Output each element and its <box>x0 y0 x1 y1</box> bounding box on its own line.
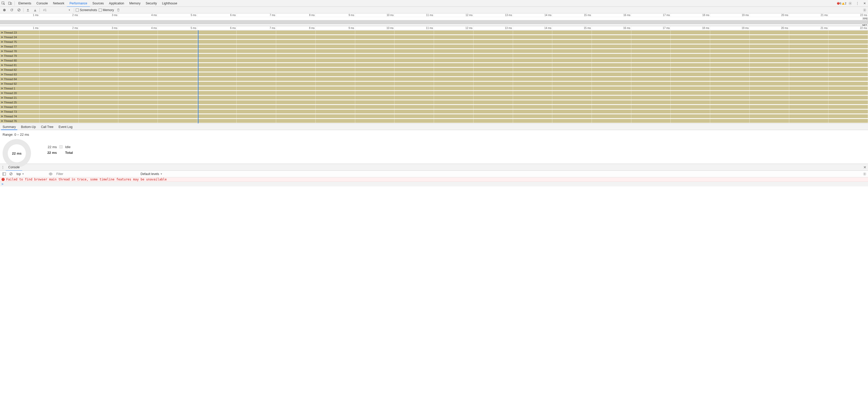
thread-row[interactable]: Thread 21 <box>0 95 868 100</box>
overview-tick: 17 ms <box>631 13 671 17</box>
thread-header[interactable]: Thread 1 <box>0 86 21 90</box>
thread-label: Thread 72 <box>4 106 17 109</box>
thread-row[interactable]: Thread 79 <box>0 54 868 58</box>
thread-row[interactable]: Thread 72 <box>0 105 868 109</box>
memory-checkbox[interactable]: Memory <box>99 8 114 12</box>
main-tab-performance[interactable]: Performance <box>67 0 90 7</box>
overview-tracks: NET <box>0 17 868 26</box>
thread-row[interactable]: Thread 84 <box>0 77 868 81</box>
console-filter-input[interactable] <box>56 172 139 176</box>
detail-tab-summary[interactable]: Summary <box>0 123 18 130</box>
thread-header[interactable]: Thread 82 <box>0 67 21 72</box>
detail-tab-call-tree[interactable]: Call Tree <box>38 123 56 130</box>
summary-donut-chart: 22 ms <box>3 139 31 168</box>
thread-label: Thread 25 <box>4 101 17 104</box>
thread-row[interactable]: Thread 77 <box>0 44 868 49</box>
device-toolbar-icon[interactable] <box>7 0 13 7</box>
thread-header[interactable]: Thread 84 <box>0 77 21 81</box>
main-tab-memory[interactable]: Memory <box>127 0 143 7</box>
main-tab-console[interactable]: Console <box>34 0 51 7</box>
thread-header[interactable]: Thread 76 <box>0 119 21 123</box>
main-tab-network[interactable]: Network <box>51 0 67 7</box>
thread-header[interactable]: Thread 80 <box>0 58 21 62</box>
main-tab-application[interactable]: Application <box>106 0 127 7</box>
thread-header[interactable]: Thread 20 <box>0 91 21 95</box>
thread-row[interactable]: Thread 24 <box>0 35 868 39</box>
main-tab-elements[interactable]: Elements <box>16 0 34 7</box>
thread-header[interactable]: Thread 72 <box>0 105 21 109</box>
svg-point-12 <box>50 173 51 174</box>
error-count-badge[interactable]: 6 <box>837 2 841 5</box>
reload-record-icon[interactable] <box>9 7 14 13</box>
thread-row[interactable]: Thread 23 <box>0 30 868 35</box>
console-clear-icon[interactable] <box>8 172 13 175</box>
thread-row[interactable]: Thread 25 <box>0 100 868 105</box>
overview-tick: 13 ms <box>473 13 513 17</box>
screenshots-checkbox[interactable]: Screenshots <box>76 8 97 12</box>
inspect-element-icon[interactable] <box>0 0 7 7</box>
thread-header[interactable]: Thread 23 <box>0 30 21 35</box>
thread-header[interactable]: Thread 77 <box>0 44 21 49</box>
overview-panel[interactable]: 1 ms2 ms3 ms4 ms5 ms6 ms7 ms8 ms9 ms10 m… <box>0 13 868 26</box>
overview-tick: 18 ms <box>671 13 710 17</box>
main-tab-sources[interactable]: Sources <box>90 0 106 7</box>
expand-triangle-icon <box>2 120 3 122</box>
drawer-close-icon[interactable]: ✕ <box>863 164 866 171</box>
drawer-menu-icon[interactable]: ⋮ <box>0 165 6 169</box>
separator <box>14 1 15 5</box>
thread-header[interactable]: Thread 81 <box>0 63 21 67</box>
time-cursor[interactable] <box>198 30 198 123</box>
console-settings-icon[interactable] <box>863 172 866 176</box>
garbage-collect-icon[interactable] <box>116 7 121 13</box>
thread-header[interactable]: Thread 78 <box>0 49 21 53</box>
thread-row[interactable]: Thread 74 <box>0 114 868 119</box>
thread-header[interactable]: Thread 21 <box>0 95 21 100</box>
thread-row[interactable]: Thread 81 <box>0 63 868 67</box>
thread-row[interactable]: Thread 75 <box>0 39 868 44</box>
thread-header[interactable]: Thread 24 <box>0 35 21 39</box>
thread-header[interactable]: Thread 92 <box>0 81 21 86</box>
detail-tab-event-log[interactable]: Event Log <box>56 123 75 130</box>
console-input-line[interactable]: > <box>0 182 868 187</box>
log-levels-selector[interactable]: Default levels▼ <box>141 172 162 176</box>
console-error-message[interactable]: ! Failed to find browser main thread in … <box>0 177 868 182</box>
warning-count-badge[interactable]: 2 <box>842 2 846 5</box>
save-profile-icon[interactable] <box>32 7 38 13</box>
live-expression-icon[interactable] <box>48 172 53 176</box>
execution-context-selector[interactable]: top▼ <box>17 172 45 176</box>
thread-row[interactable]: Thread 1 <box>0 86 868 91</box>
thread-header[interactable]: Thread 83 <box>0 72 21 77</box>
thread-header[interactable]: Thread 79 <box>0 54 21 58</box>
legend-idle-value: 22 ms <box>44 145 57 149</box>
capture-settings-icon[interactable] <box>863 7 866 13</box>
chevron-down-icon: ▼ <box>68 9 70 11</box>
main-tab-security[interactable]: Security <box>143 0 159 7</box>
thread-header[interactable]: Thread 25 <box>0 100 21 105</box>
load-profile-icon[interactable] <box>25 7 31 13</box>
more-menu-icon[interactable]: ⋮ <box>854 0 861 7</box>
recording-selector-dropdown[interactable]: #1 ▼ <box>41 8 72 12</box>
thread-row[interactable]: Thread 76 <box>0 119 868 123</box>
thread-header[interactable]: Thread 73 <box>0 109 21 114</box>
thread-row[interactable]: Thread 83 <box>0 72 868 77</box>
clear-icon[interactable] <box>16 7 22 13</box>
thread-label: Thread 84 <box>4 78 17 81</box>
main-tab-lighthouse[interactable]: Lighthouse <box>159 0 180 7</box>
thread-header[interactable]: Thread 74 <box>0 114 21 118</box>
expand-triangle-icon <box>2 46 3 48</box>
detail-tab-bottom-up[interactable]: Bottom-Up <box>18 123 38 130</box>
drawer-tab-console[interactable]: Console <box>6 164 22 171</box>
close-devtools-icon[interactable]: ✕ <box>861 0 868 7</box>
thread-header[interactable]: Thread 75 <box>0 39 21 44</box>
thread-row[interactable]: Thread 73 <box>0 109 868 114</box>
thread-row[interactable]: Thread 92 <box>0 81 868 86</box>
record-button-icon[interactable] <box>2 7 7 13</box>
thread-row[interactable]: Thread 82 <box>0 67 868 72</box>
flamechart-panel[interactable]: 1 ms2 ms3 ms4 ms5 ms6 ms7 ms8 ms9 ms10 m… <box>0 26 868 123</box>
thread-row[interactable]: Thread 80 <box>0 58 868 63</box>
thread-row[interactable]: Thread 20 <box>0 91 868 95</box>
overview-tick: 10 ms <box>355 13 395 17</box>
thread-row[interactable]: Thread 78 <box>0 49 868 54</box>
console-sidebar-toggle-icon[interactable] <box>2 172 7 175</box>
settings-gear-icon[interactable] <box>847 0 854 7</box>
